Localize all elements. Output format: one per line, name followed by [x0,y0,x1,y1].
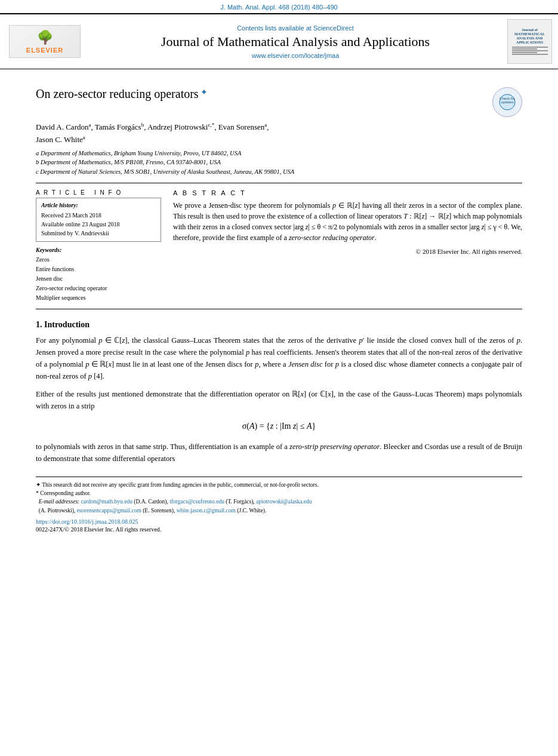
keyword-4: Zero-sector reducing operator [36,284,161,293]
author-white: White [64,136,83,145]
science-direct-link-text[interactable]: ScienceDirect [313,24,354,32]
keyword-1: Zeros [36,255,161,265]
science-direct-line: Contents lists available at ScienceDirec… [90,24,501,32]
footnote-1: ✦ This research did not receive any spec… [36,481,522,489]
available-date: Available online 23 August 2018 [41,220,156,229]
journal-header-center: Contents lists available at ScienceDirec… [90,24,501,59]
check-for-updates-badge[interactable]: Check for updates [492,87,522,117]
divider-1 [36,183,522,183]
affiliation-a: a Department of Mathematics, Brigham You… [36,149,522,158]
section1-title: 1. Introduction [36,320,522,330]
svg-text:updates: updates [501,100,513,104]
check-updates-icon: Check for updates [498,93,516,111]
abstract-section: A B S T R A C T We prove a Jensen-disc t… [173,189,522,303]
info-abstract-section: A R T I C L E I N F O Article history: R… [36,189,522,303]
journal-url[interactable]: www.elsevier.com/locate/jmaa [90,52,501,59]
issn-line: 0022-247X/© 2018 Elsevier Inc. All right… [36,526,522,533]
section1-para3: to polynomials with zeros in that same s… [36,441,522,465]
footnote-2: * Corresponding author. [36,489,522,497]
journal-header: 🌳 ELSEVIER Contents lists available at S… [0,13,558,69]
journal-reference: J. Math. Anal. Appl. 468 (2018) 480–490 [0,0,558,13]
tree-icon: 🌳 [37,30,53,45]
logo-image: 🌳 ELSEVIER [9,25,81,58]
affiliation-c: c Department of Natural Sciences, M/S SO… [36,167,522,177]
section1-para2: Either of the results just mentioned dem… [36,388,522,412]
affiliation-b: b Department of Mathematics, M/S PB108, … [36,158,522,167]
article-info-column: A R T I C L E I N F O Article history: R… [36,189,161,303]
affiliations: a Department of Mathematics, Brigham You… [36,149,522,177]
cover-decoration [512,47,548,55]
copyright-line: © 2018 Elsevier Inc. All rights reserved… [173,248,522,255]
received-date: Received 23 March 2018 [41,211,156,220]
article-history-box: Article history: Received 23 March 2018 … [36,198,161,242]
section1-para1: For any polynomial p ∈ ℂ[z], the classic… [36,334,522,382]
authors-line-2: Jason C. Whitea [36,134,522,145]
doi-line[interactable]: https://doi.org/10.1016/j.jmaa.2018.08.0… [36,518,522,525]
submitted-by: Submitted by V. Andrievskii [41,229,156,238]
journal-ref-text: J. Math. Anal. Appl. 468 (2018) 480–490 [220,4,337,11]
title-section: On zero-sector reducing operators ✦ Chec… [36,87,522,117]
abstract-text: We prove a Jensen-disc type theorem for … [173,200,522,243]
divider-2 [36,309,522,309]
footnote-area: ✦ This research did not receive any spec… [36,477,522,533]
journal-cover-thumbnail: Journal ofMATHEMATICALANALYSIS ANDAPPLIC… [507,19,552,64]
keyword-5: Multiplier sequences [36,293,161,303]
author-jason: Jason [36,136,53,145]
keyword-3: Jensen disc [36,274,161,284]
elsevier-wordmark: ELSEVIER [26,47,63,54]
journal-title: Journal of Mathematical Analysis and App… [90,34,501,50]
math-formula: σ(A) = {z : |Im z| ≤ A} [36,422,522,431]
article-title: On zero-sector reducing operators ✦ [36,87,208,101]
title-star: ✦ [201,88,208,97]
keyword-2: Entire functions [36,265,161,274]
keywords-section: Keywords: Zeros Entire functions Jensen … [36,247,161,303]
main-content: On zero-sector reducing operators ✦ Chec… [0,69,558,545]
authors-line: David A. Cardona, Tamás Forgácsb, Andrze… [36,122,522,132]
footnote-emails: E-mail addresses: cardon@math.byu.edu (D… [36,497,522,515]
elsevier-logo: 🌳 ELSEVIER [6,25,84,58]
